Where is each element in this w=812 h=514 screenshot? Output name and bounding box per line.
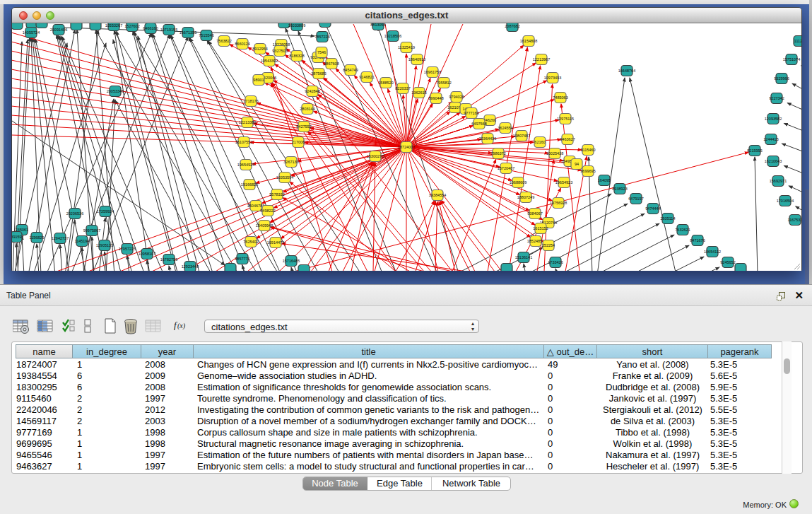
svg-text:3624554: 3624554 <box>498 126 512 130</box>
svg-text:8912954: 8912954 <box>252 47 267 51</box>
svg-text:(x): (x) <box>177 322 186 330</box>
svg-text:20206536: 20206536 <box>66 211 83 216</box>
svg-text:10543392: 10543392 <box>261 59 278 63</box>
svg-text:10973493: 10973493 <box>544 76 561 80</box>
svg-text:15751074: 15751074 <box>783 57 800 62</box>
svg-text:8660124: 8660124 <box>235 42 249 46</box>
svg-text:9242848: 9242848 <box>305 89 319 93</box>
svg-text:2867608: 2867608 <box>324 62 339 66</box>
svg-text:15409948: 15409948 <box>256 223 273 228</box>
svg-text:1145194: 1145194 <box>74 239 89 243</box>
svg-text:16033809: 16033809 <box>288 23 305 28</box>
svg-text:17359924: 17359924 <box>97 209 114 214</box>
svg-text:16154808: 16154808 <box>520 39 537 43</box>
svg-text:10688609: 10688609 <box>510 180 526 185</box>
svg-text:5498222: 5498222 <box>260 209 275 213</box>
svg-text:18640910: 18640910 <box>408 57 425 62</box>
svg-text:62160: 62160 <box>534 140 545 144</box>
svg-text:12093582: 12093582 <box>765 117 782 121</box>
svg-text:16210643: 16210643 <box>765 159 782 163</box>
svg-text:1362615: 1362615 <box>411 90 426 95</box>
svg-text:12905135: 12905135 <box>96 243 113 247</box>
svg-text:19384554: 19384554 <box>429 193 446 197</box>
svg-text:7546: 7546 <box>317 50 326 54</box>
svg-text:2087682: 2087682 <box>505 24 519 28</box>
svg-text:15692971: 15692971 <box>770 179 787 183</box>
svg-text:9245652: 9245652 <box>720 260 735 264</box>
svg-text:19166825: 19166825 <box>241 182 258 187</box>
svg-text:12213389: 12213389 <box>239 120 256 124</box>
svg-text:8813054: 8813054 <box>370 23 385 27</box>
svg-text:8220337: 8220337 <box>395 86 410 90</box>
svg-text:3875685: 3875685 <box>311 71 326 76</box>
svg-text:15300275: 15300275 <box>367 154 384 158</box>
svg-text:1244415: 1244415 <box>763 137 778 141</box>
svg-text:18807249: 18807249 <box>517 195 534 199</box>
svg-text:10719155: 10719155 <box>160 28 177 32</box>
svg-text:16914479: 16914479 <box>267 240 284 245</box>
svg-text:19654923: 19654923 <box>555 180 572 185</box>
svg-text:1588520: 1588520 <box>378 81 393 85</box>
svg-text:9384067: 9384067 <box>527 211 542 216</box>
svg-text:7563822: 7563822 <box>216 39 231 43</box>
svg-text:19654925: 19654925 <box>237 163 254 167</box>
svg-text:10958107: 10958107 <box>139 252 155 256</box>
svg-text:20091406: 20091406 <box>50 28 67 32</box>
svg-text:12942737: 12942737 <box>52 236 69 240</box>
svg-text:9794028: 9794028 <box>449 95 464 99</box>
svg-text:9474444: 9474444 <box>645 206 660 211</box>
svg-text:2935114: 2935114 <box>660 216 675 221</box>
svg-text:10654112: 10654112 <box>704 250 721 254</box>
svg-text:10025438: 10025438 <box>546 151 563 156</box>
svg-text:6479197: 6479197 <box>628 197 643 201</box>
svg-text:9699695: 9699695 <box>580 169 595 173</box>
svg-text:15716485: 15716485 <box>283 259 300 263</box>
svg-text:7632621: 7632621 <box>675 228 690 232</box>
svg-text:9857771: 9857771 <box>235 257 249 261</box>
svg-text:18724007: 18724007 <box>398 145 415 149</box>
svg-text:9329966: 9329966 <box>774 76 789 81</box>
svg-text:16107552: 16107552 <box>235 140 252 144</box>
svg-text:98901: 98901 <box>253 78 264 82</box>
svg-text:11325419: 11325419 <box>398 45 415 49</box>
svg-text:19218506: 19218506 <box>384 34 401 38</box>
svg-text:20053346: 20053346 <box>107 89 124 93</box>
svg-text:217006: 217006 <box>292 140 305 144</box>
svg-text:7986372: 7986372 <box>490 151 505 156</box>
svg-text:16671355: 16671355 <box>180 30 196 35</box>
svg-text:10807487: 10807487 <box>513 134 530 138</box>
svg-text:6466160: 6466160 <box>143 26 158 30</box>
svg-text:9115460: 9115460 <box>580 148 595 152</box>
svg-text:9227342: 9227342 <box>769 96 784 100</box>
svg-text:16648764: 16648764 <box>618 69 635 73</box>
svg-text:8938923: 8938923 <box>612 187 627 191</box>
svg-text:16782759: 16782759 <box>160 257 177 262</box>
svg-text:13353594: 13353594 <box>276 175 293 180</box>
svg-text:9463627: 9463627 <box>560 137 575 141</box>
svg-text:15136141: 15136141 <box>515 255 532 259</box>
svg-text:17957225: 17957225 <box>119 247 136 251</box>
svg-text:7625402: 7625402 <box>243 240 258 244</box>
svg-text:11124: 11124 <box>794 39 801 43</box>
svg-text:7857224: 7857224 <box>314 35 329 39</box>
svg-text:2718176: 2718176 <box>243 99 258 103</box>
svg-text:9777169: 9777169 <box>464 111 478 115</box>
svg-text:2803144: 2803144 <box>300 107 314 111</box>
svg-text:164095: 164095 <box>598 178 611 182</box>
svg-text:5578332: 5578332 <box>269 192 284 197</box>
svg-text:3267130: 3267130 <box>283 160 298 164</box>
svg-text:1156829: 1156829 <box>29 235 44 240</box>
svg-text:8471676: 8471676 <box>690 238 705 243</box>
svg-text:1527602: 1527602 <box>124 24 139 28</box>
svg-text:12923448: 12923448 <box>182 264 199 269</box>
svg-text:252254: 252254 <box>542 243 555 247</box>
svg-text:15720407: 15720407 <box>498 166 514 170</box>
svg-text:20364436: 20364436 <box>479 136 496 141</box>
svg-text:8990448: 8990448 <box>428 96 443 100</box>
svg-text:10553267: 10553267 <box>105 23 122 28</box>
svg-text:94: 94 <box>575 162 579 166</box>
svg-text:39159: 39159 <box>12 235 22 239</box>
svg-text:1167533: 1167533 <box>787 218 801 222</box>
svg-text:9146821: 9146821 <box>359 75 374 79</box>
svg-text:8215955: 8215955 <box>747 148 762 153</box>
